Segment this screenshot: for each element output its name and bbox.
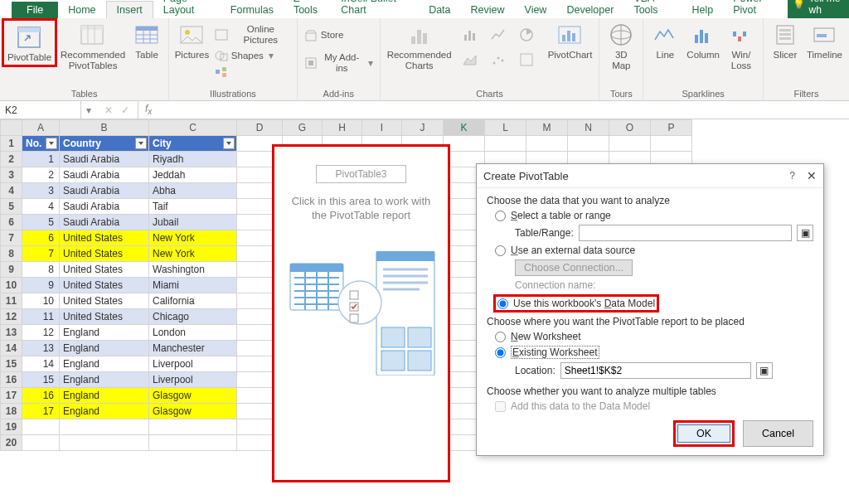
select-all-corner[interactable]: [1, 120, 22, 136]
sparkline-winloss-button[interactable]: Win/ Loss: [723, 20, 759, 73]
online-pictures-button[interactable]: Online Pictures: [211, 23, 294, 46]
cell-no[interactable]: 14: [22, 356, 60, 372]
row-header-9[interactable]: 9: [1, 262, 22, 278]
cell-no[interactable]: 13: [22, 341, 60, 356]
cell-city[interactable]: New York: [149, 230, 237, 246]
opt-data-model[interactable]: Use this workbook's Data Model: [497, 298, 655, 309]
filter-dropdown-icon[interactable]: [46, 138, 57, 149]
chart-bar-button[interactable]: [458, 23, 485, 46]
cell-country[interactable]: England: [60, 404, 149, 419]
col-header-K[interactable]: K: [444, 120, 485, 136]
name-box[interactable]: K2: [0, 101, 81, 119]
cell-city[interactable]: Taif: [149, 199, 237, 215]
cell-no[interactable]: 8: [22, 262, 60, 278]
cell-country[interactable]: United States: [60, 246, 149, 262]
tab-data[interactable]: Data: [419, 2, 460, 18]
cell-no[interactable]: 16: [22, 388, 60, 404]
col-header-M[interactable]: M: [526, 120, 568, 136]
tab-home[interactable]: Home: [58, 2, 105, 18]
col-header-P[interactable]: P: [651, 120, 692, 136]
row-header-5[interactable]: 5: [1, 199, 22, 215]
row-header-17[interactable]: 17: [1, 388, 22, 404]
chart-line-button[interactable]: [487, 23, 513, 46]
cell-no[interactable]: 11: [22, 309, 60, 325]
row-header-1[interactable]: 1: [1, 136, 22, 152]
cell-country[interactable]: Saudi Arabia: [60, 167, 149, 183]
cancel-formula-icon[interactable]: ✕: [104, 104, 113, 116]
opt-existing-worksheet[interactable]: Existing Worksheet: [487, 344, 813, 361]
row-header-10[interactable]: 10: [1, 278, 22, 293]
recommended-charts-button[interactable]: Recommended Charts: [384, 20, 455, 73]
filter-dropdown-icon[interactable]: [135, 138, 147, 149]
cell-no[interactable]: 2: [22, 167, 60, 183]
location-picker-icon[interactable]: ▣: [756, 362, 773, 379]
enter-formula-icon[interactable]: ✓: [121, 104, 129, 116]
cell-no[interactable]: 12: [22, 325, 60, 341]
col-header-B[interactable]: B: [60, 120, 149, 136]
cancel-button[interactable]: Cancel: [743, 420, 813, 447]
tab-view[interactable]: View: [515, 2, 557, 18]
cell-country[interactable]: Saudi Arabia: [60, 199, 149, 215]
cell-city[interactable]: Liverpool: [149, 356, 237, 372]
row-header-3[interactable]: 3: [1, 167, 22, 183]
tab-page-layout[interactable]: Page Layout: [153, 0, 221, 18]
col-header-C[interactable]: C: [149, 120, 237, 136]
chart-pie-button[interactable]: [515, 23, 541, 46]
col-header-D[interactable]: D: [237, 120, 283, 136]
tab-file[interactable]: File: [12, 2, 58, 18]
row-header-11[interactable]: 11: [1, 293, 22, 309]
col-header-G[interactable]: G: [283, 120, 323, 136]
cell-city[interactable]: California: [149, 293, 237, 309]
col-header-H[interactable]: H: [323, 120, 362, 136]
help-icon[interactable]: ?: [789, 170, 795, 182]
chart-more-button[interactable]: [515, 48, 541, 71]
row-header-6[interactable]: 6: [1, 215, 22, 230]
my-addins-button[interactable]: My Add-ins▾: [301, 51, 376, 75]
tab-developer[interactable]: Developer: [556, 2, 623, 18]
cell-city[interactable]: London: [149, 325, 237, 341]
close-icon[interactable]: ✕: [807, 169, 817, 182]
tab-vba-tools[interactable]: VBA Tools: [623, 0, 682, 18]
col-header-O[interactable]: O: [609, 120, 651, 136]
cell-country[interactable]: United States: [60, 230, 149, 246]
cell-city[interactable]: Liverpool: [149, 372, 237, 388]
header-city[interactable]: City: [149, 136, 237, 152]
dialog-titlebar[interactable]: Create PivotTable ? ✕: [477, 164, 823, 188]
row-header-8[interactable]: 8: [1, 246, 22, 262]
cell-no[interactable]: 5: [22, 215, 60, 230]
cell-country[interactable]: Saudi Arabia: [60, 215, 149, 230]
row-header-14[interactable]: 14: [1, 341, 22, 356]
tab-z-tools[interactable]: Z-Tools: [284, 0, 331, 18]
tab-review[interactable]: Review: [461, 2, 515, 18]
cell-no[interactable]: 3: [22, 183, 60, 199]
cell-country[interactable]: United States: [60, 293, 149, 309]
cell-no[interactable]: 4: [22, 199, 60, 215]
cell-city[interactable]: Washington: [149, 262, 237, 278]
col-header-L[interactable]: L: [485, 120, 526, 136]
cell-country[interactable]: England: [60, 325, 149, 341]
row-header-15[interactable]: 15: [1, 356, 22, 372]
row-header-7[interactable]: 7: [1, 230, 22, 246]
cell-no[interactable]: 15: [22, 372, 60, 388]
smartart-button[interactable]: [211, 65, 294, 80]
opt-external-source[interactable]: Use an external data source: [487, 243, 813, 258]
tell-me[interactable]: 💡Tell me wh: [788, 0, 849, 18]
slicer-button[interactable]: Slicer: [767, 20, 803, 62]
sparkline-line-button[interactable]: Line: [647, 20, 683, 62]
row-header-19[interactable]: 19: [1, 419, 22, 435]
tab-help[interactable]: Help: [682, 2, 724, 18]
opt-select-table[interactable]: Select a table or range: [487, 208, 813, 223]
range-picker-icon[interactable]: ▣: [797, 225, 813, 241]
row-header-12[interactable]: 12: [1, 309, 22, 325]
cell-no[interactable]: 9: [22, 278, 60, 293]
cell-city[interactable]: Abha: [149, 183, 237, 199]
cell-city[interactable]: Glasgow: [149, 388, 237, 404]
cell-no[interactable]: 10: [22, 293, 60, 309]
fx-icon[interactable]: fx: [138, 103, 158, 116]
cell-country[interactable]: England: [60, 388, 149, 404]
col-header-I[interactable]: I: [362, 120, 402, 136]
pivottable-placeholder[interactable]: PivotTable3 Click in this area to work w…: [272, 144, 450, 482]
cell-city[interactable]: Riyadh: [149, 152, 237, 167]
timeline-button[interactable]: Timeline: [803, 20, 846, 62]
shapes-button[interactable]: Shapes▾: [211, 48, 294, 63]
